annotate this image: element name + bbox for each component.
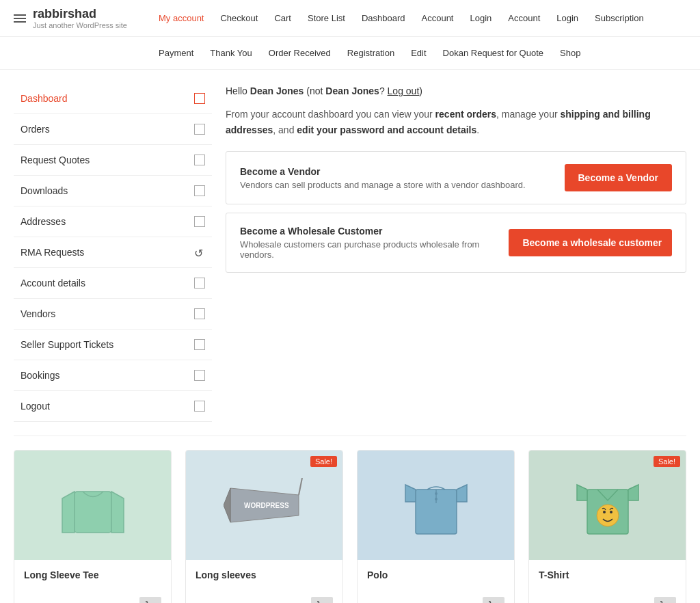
dashboard-icon: [194, 93, 205, 104]
dashboard-description: From your account dashboard you can view…: [226, 107, 686, 137]
product-name-0: Long Sleeve Tee: [24, 570, 161, 580]
product-info-0: Long Sleeve Tee: [14, 560, 171, 597]
products-section: Long Sleeve Tee $25.00 Sale! WORDPRESS: [0, 436, 700, 603]
sidebar-label-orders: Orders: [21, 124, 50, 135]
product-image-2: [358, 451, 514, 560]
sidebar-item-dashboard[interactable]: Dashboard: [14, 83, 212, 114]
second-nav: Payment Thank You Order Received Registr…: [0, 37, 700, 70]
logout-link[interactable]: Log out: [388, 85, 420, 96]
product-name-3: T-Shirt: [539, 570, 676, 580]
svg-marker-6: [224, 488, 230, 522]
request-quotes-icon: [194, 155, 205, 165]
tshirt-svg: [574, 468, 642, 543]
svg-point-24: [610, 511, 612, 513]
sidebar-label-seller-support: Seller Support Tickets: [21, 339, 113, 350]
add-to-cart-button-1[interactable]: [311, 597, 333, 603]
nav-account-1[interactable]: Account: [414, 8, 462, 29]
svg-marker-20: [577, 485, 587, 500]
vendor-card-title: Become a Vendor: [240, 166, 526, 177]
nav-login-1[interactable]: Login: [461, 8, 500, 29]
user-name: Dean Jones: [250, 85, 304, 96]
sidebar-item-addresses[interactable]: Addresses: [14, 206, 212, 237]
svg-point-22: [597, 505, 619, 526]
sale-badge-1: Sale!: [310, 456, 337, 467]
svg-marker-2: [111, 492, 124, 533]
product-image-1: Sale! WORDPRESS: [186, 451, 342, 560]
product-card-1: Sale! WORDPRESS Long sleeves $10.00 $9.0…: [185, 450, 343, 603]
nav-cart[interactable]: Cart: [266, 8, 299, 29]
nav-dashboard[interactable]: Dashboard: [353, 8, 414, 29]
svg-line-8: [299, 478, 302, 495]
bookings-icon: [194, 370, 205, 381]
logout-icon: [194, 401, 205, 412]
polo-svg: [402, 468, 470, 543]
downloads-icon: [194, 185, 205, 196]
nav-payment[interactable]: Payment: [150, 42, 202, 64]
nav-subscription[interactable]: Subscription: [587, 8, 652, 29]
sidebar-label-addresses: Addresses: [21, 216, 66, 227]
product-footer-2: $20.00: [358, 597, 514, 603]
svg-marker-1: [62, 492, 75, 533]
become-vendor-button[interactable]: Become a Vendor: [565, 164, 673, 191]
hamburger-menu[interactable]: [14, 14, 26, 23]
sidebar-item-rma-requests[interactable]: RMA Requests ↺: [14, 237, 212, 268]
sidebar-item-downloads[interactable]: Downloads: [14, 176, 212, 206]
vendor-card-desc: Vendors can sell products and manage a s…: [240, 180, 526, 190]
sidebar-label-vendors: Vendors: [21, 308, 55, 319]
sidebar-label-logout: Logout: [21, 401, 50, 412]
svg-marker-13: [457, 485, 467, 502]
product-footer-3: $12.00 $11.00: [529, 597, 686, 603]
nav-checkout[interactable]: Checkout: [212, 8, 266, 29]
sidebar-item-bookings[interactable]: Bookings: [14, 360, 212, 391]
nav-dokan[interactable]: Dokan Request for Quote: [435, 42, 552, 64]
nav-shop[interactable]: Shop: [552, 42, 589, 64]
svg-text:WORDPRESS: WORDPRESS: [244, 502, 289, 509]
main-content: Hello Dean Jones (not Dean Jones? Log ou…: [226, 83, 686, 422]
site-tagline: Just another WordPress site: [33, 21, 127, 29]
main-wrapper: Dashboard Orders Request Quotes Download…: [0, 70, 700, 436]
sidebar-item-logout[interactable]: Logout: [14, 391, 212, 422]
product-name-1: Long sleeves: [196, 570, 333, 580]
product-image-3: Sale!: [529, 451, 686, 560]
product-footer-1: $10.00 $9.00: [186, 597, 342, 603]
top-nav: My account Checkout Cart Store List Dash…: [150, 8, 652, 29]
product-info-2: Polo: [358, 560, 514, 597]
sidebar-label-downloads: Downloads: [21, 185, 68, 196]
nav-my-account[interactable]: My account: [150, 8, 212, 29]
wholesale-card-desc: Wholesale customers can purchase product…: [240, 239, 509, 260]
wholesale-card-text: Become a Wholesale Customer Wholesale cu…: [240, 226, 509, 260]
product-info-1: Long sleeves: [186, 560, 342, 597]
svg-point-15: [435, 492, 438, 495]
sidebar-item-orders[interactable]: Orders: [14, 114, 212, 145]
sale-badge-3: Sale!: [654, 456, 680, 467]
sidebar: Dashboard Orders Request Quotes Download…: [14, 83, 212, 422]
add-to-cart-button-2[interactable]: [483, 597, 504, 603]
header: rabbirshad Just another WordPress site M…: [0, 0, 700, 37]
recent-orders-text: recent orders: [435, 109, 496, 120]
nav-registration[interactable]: Registration: [339, 42, 403, 64]
nav-edit[interactable]: Edit: [403, 42, 434, 64]
sidebar-item-vendors[interactable]: Vendors: [14, 299, 212, 330]
vendors-icon: [194, 308, 205, 319]
sidebar-item-request-quotes[interactable]: Request Quotes: [14, 145, 212, 176]
add-to-cart-button-3[interactable]: [654, 597, 676, 603]
wholesale-promo-card: Become a Wholesale Customer Wholesale cu…: [226, 213, 686, 273]
vendor-card-text: Become a Vendor Vendors can sell product…: [240, 166, 526, 190]
nav-thank-you[interactable]: Thank You: [202, 42, 260, 64]
wordpress-pennant-svg: WORDPRESS: [224, 478, 306, 533]
svg-marker-21: [628, 485, 638, 500]
add-to-cart-button-0[interactable]: [139, 597, 161, 603]
sidebar-item-seller-support[interactable]: Seller Support Tickets: [14, 330, 212, 360]
nav-order-received[interactable]: Order Received: [260, 42, 339, 64]
become-wholesale-button[interactable]: Become a wholesale customer: [509, 229, 672, 256]
sidebar-label-request-quotes: Request Quotes: [21, 155, 90, 165]
sidebar-label-account-details: Account details: [21, 278, 85, 289]
nav-account-2[interactable]: Account: [500, 8, 548, 29]
product-footer-0: $25.00: [14, 597, 171, 603]
product-card-3: Sale!: [528, 450, 686, 603]
sidebar-item-account-details[interactable]: Account details: [14, 268, 212, 299]
products-grid: Long Sleeve Tee $25.00 Sale! WORDPRESS: [14, 450, 686, 603]
product-info-3: T-Shirt: [529, 560, 686, 597]
nav-login-2[interactable]: Login: [548, 8, 587, 29]
nav-store-list[interactable]: Store List: [299, 8, 353, 29]
